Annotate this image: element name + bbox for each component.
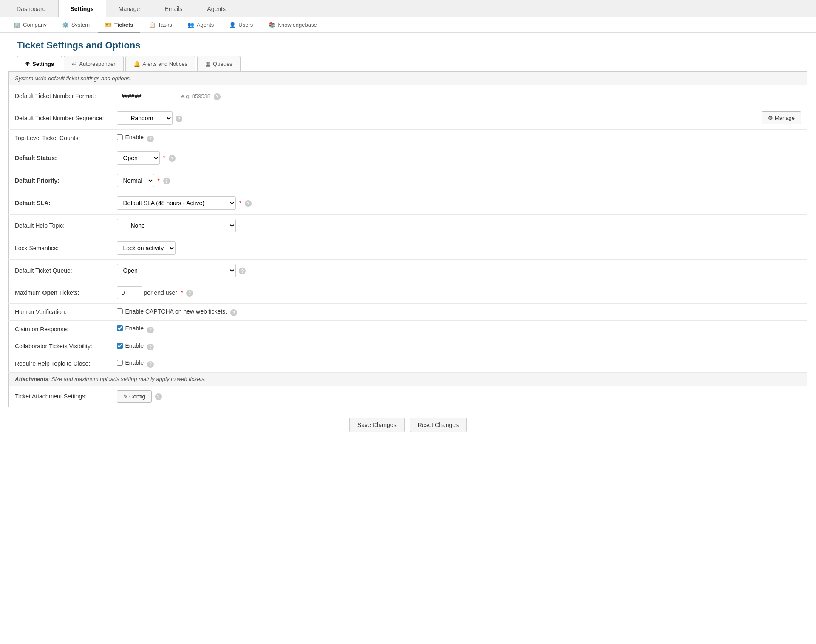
page: Dashboard Settings Manage Emails Agents … [0, 0, 816, 644]
content-tab-queues[interactable]: ▦ Queues [197, 56, 241, 71]
ticket-number-sequence-select[interactable]: — Random — Sequential [117, 111, 173, 125]
claim-on-response-row: Claim on Response: Enable ? [9, 321, 808, 338]
require-help-topic-label: Require Help Topic to Close: [9, 355, 111, 373]
default-sla-value: Default SLA (48 hours - Active) None * ? [111, 192, 808, 214]
subnav-knowledgebase-label: Knowledgebase [278, 22, 317, 28]
config-button[interactable]: ✎ Config [117, 390, 152, 403]
users-icon: 👤 [229, 22, 236, 28]
top-level-counts-value: Enable ? [111, 130, 808, 147]
tab-settings[interactable]: Settings [58, 0, 106, 17]
tickets-icon: 🎫 [105, 22, 112, 28]
human-verification-check-text: Enable CAPTCHA on new web tickets. [125, 308, 227, 315]
attachment-settings-help-icon[interactable]: ? [155, 393, 162, 400]
default-priority-label: Default Priority: [9, 169, 111, 192]
content-tab-autoresponder[interactable]: ↩ Autoresponder [64, 56, 123, 71]
default-priority-select[interactable]: Low Normal High Critical [117, 174, 154, 187]
top-level-counts-help-icon[interactable]: ? [147, 136, 154, 142]
tab-dashboard[interactable]: Dashboard [4, 0, 58, 17]
max-open-tickets-input[interactable] [117, 286, 142, 299]
content-tab-settings[interactable]: ✳ Settings [17, 56, 62, 71]
collaborator-visibility-help-icon[interactable]: ? [147, 344, 154, 350]
default-sla-required: * [239, 200, 241, 206]
default-status-select[interactable]: Open Resolved Closed [117, 151, 160, 165]
ticket-number-example: e.g. 859538 [181, 93, 210, 99]
subnav-system-label: System [71, 22, 90, 28]
human-verification-checkbox[interactable] [117, 308, 123, 314]
subnav-tickets[interactable]: 🎫 Tickets [98, 17, 140, 33]
collaborator-visibility-value: Enable ? [111, 338, 808, 355]
manage-button[interactable]: ⚙ Manage [762, 111, 801, 124]
agents-icon: 👥 [187, 22, 194, 28]
subnav-knowledgebase[interactable]: 📚 Knowledgebase [261, 17, 324, 33]
collaborator-visibility-label: Collaborator Tickets Visibility: [9, 338, 111, 355]
content-tab-alerts[interactable]: 🔔 Alerts and Notices [125, 56, 196, 71]
default-priority-help-icon[interactable]: ? [163, 178, 170, 184]
top-nav: Dashboard Settings Manage Emails Agents [0, 0, 816, 17]
max-open-tickets-help-icon[interactable]: ? [186, 290, 193, 297]
ticket-number-sequence-help-icon[interactable]: ? [176, 116, 182, 122]
footer-buttons: Save Changes Reset Changes [8, 407, 808, 442]
collaborator-visibility-checkbox[interactable] [117, 343, 123, 349]
claim-on-response-label: Claim on Response: [9, 321, 111, 338]
default-ticket-queue-value: Open My Tickets All Tickets ? [111, 259, 808, 282]
claim-on-response-help-icon[interactable]: ? [147, 327, 154, 333]
subnav-users[interactable]: 👤 Users [222, 17, 260, 33]
save-changes-button[interactable]: Save Changes [349, 418, 405, 432]
claim-on-response-check-text: Enable [125, 325, 144, 332]
top-level-counts-checkbox[interactable] [117, 134, 123, 140]
max-open-tickets-row: Maximum Open Tickets: per end user * ? [9, 282, 808, 303]
default-ticket-queue-help-icon[interactable]: ? [239, 268, 246, 274]
top-level-counts-label: Top-Level Ticket Counts: [9, 130, 111, 147]
default-status-help-icon[interactable]: ? [169, 155, 176, 162]
max-open-tickets-required: * [181, 289, 183, 296]
tab-emails[interactable]: Emails [152, 0, 195, 17]
max-open-tickets-label: Maximum Open Tickets: [9, 282, 111, 303]
collaborator-visibility-row: Collaborator Tickets Visibility: Enable … [9, 338, 808, 355]
default-ticket-queue-select[interactable]: Open My Tickets All Tickets [117, 264, 236, 277]
lock-semantics-select[interactable]: Lock on activity Lock on open [117, 241, 176, 255]
require-help-topic-help-icon[interactable]: ? [147, 361, 154, 368]
subnav-agents[interactable]: 👥 Agents [181, 17, 221, 33]
default-sla-help-icon[interactable]: ? [245, 200, 252, 207]
claim-on-response-checkbox[interactable] [117, 325, 123, 331]
tab-manage[interactable]: Manage [106, 0, 153, 17]
default-sla-label: Default SLA: [9, 192, 111, 214]
subnav-tasks[interactable]: 📋 Tasks [142, 17, 179, 33]
attachment-settings-row: Ticket Attachment Settings: ✎ Config ? [9, 386, 808, 407]
section-info-row: System-wide default ticket settings and … [9, 72, 808, 85]
human-verification-help-icon[interactable]: ? [230, 309, 237, 316]
claim-on-response-value: Enable ? [111, 321, 808, 338]
default-priority-required: * [157, 177, 159, 184]
default-ticket-queue-row: Default Ticket Queue: Open My Tickets Al… [9, 259, 808, 282]
ticket-number-sequence-label: Default Ticket Number Sequence: [9, 107, 111, 130]
require-help-topic-checkbox[interactable] [117, 360, 123, 366]
default-help-topic-value: — None — [111, 214, 808, 237]
default-sla-row: Default SLA: Default SLA (48 hours - Act… [9, 192, 808, 214]
subnav-company[interactable]: 🏢 Company [7, 17, 54, 33]
ticket-number-format-input[interactable] [117, 90, 176, 102]
default-help-topic-select[interactable]: — None — [117, 219, 236, 232]
require-help-topic-value: Enable ? [111, 355, 808, 373]
page-title: Ticket Settings and Options [8, 33, 808, 56]
require-help-topic-row: Require Help Topic to Close: Enable ? [9, 355, 808, 373]
main-content: Ticket Settings and Options ✳ Settings ↩… [0, 33, 816, 455]
autoresponder-tab-label: Autoresponder [79, 61, 115, 67]
tab-agents[interactable]: Agents [195, 0, 238, 17]
subnav-tasks-label: Tasks [158, 22, 172, 28]
reset-changes-button[interactable]: Reset Changes [410, 418, 467, 432]
human-verification-value: Enable CAPTCHA on new web tickets. ? [111, 303, 808, 321]
ticket-number-sequence-row: Default Ticket Number Sequence: — Random… [9, 107, 808, 130]
ticket-number-format-row: Default Ticket Number Format: e.g. 85953… [9, 85, 808, 107]
settings-table: System-wide default ticket settings and … [8, 71, 808, 407]
collaborator-visibility-check-label: Enable [117, 342, 144, 349]
ticket-number-format-label: Default Ticket Number Format: [9, 85, 111, 107]
company-icon: 🏢 [14, 22, 20, 28]
subnav-company-label: Company [23, 22, 47, 28]
ticket-number-sequence-value: — Random — Sequential ? ⚙ Manage [111, 107, 808, 130]
autoresponder-tab-icon: ↩ [72, 61, 76, 67]
subnav-system[interactable]: ⚙️ System [55, 17, 96, 33]
settings-tab-label: Settings [32, 61, 54, 67]
ticket-number-format-help-icon[interactable]: ? [214, 93, 221, 100]
default-sla-select[interactable]: Default SLA (48 hours - Active) None [117, 196, 236, 210]
subnav-tickets-label: Tickets [114, 22, 133, 28]
